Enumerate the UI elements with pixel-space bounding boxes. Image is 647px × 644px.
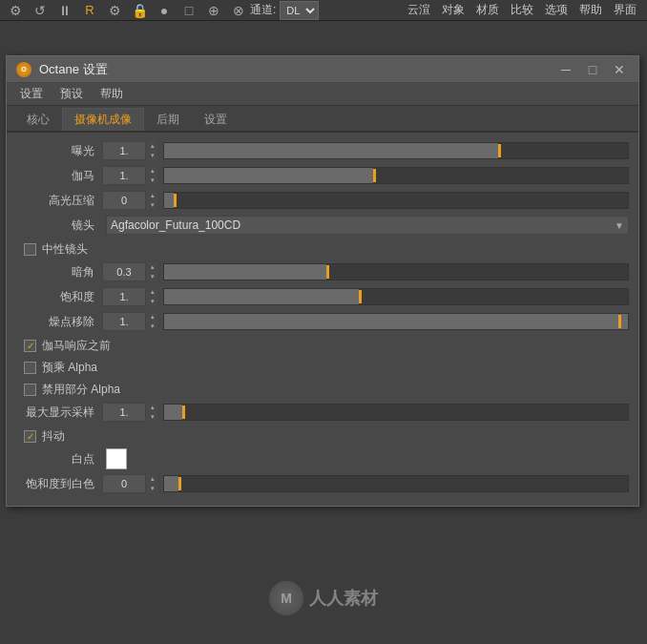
tool-icon-9[interactable]: ⊕ [204, 1, 223, 20]
slider-saturation[interactable] [163, 288, 629, 305]
sat-to-white-arrows[interactable]: ▴ ▾ [145, 474, 158, 493]
wmenu-settings[interactable]: 设置 [12, 84, 51, 104]
exposure-arrows[interactable]: ▴ ▾ [145, 141, 158, 160]
tool-icon-4[interactable]: R [80, 1, 99, 20]
channel-dropdown[interactable]: DL [280, 1, 319, 20]
exposure-down[interactable]: ▾ [146, 151, 158, 160]
tool-icon-2[interactable]: ↺ [31, 1, 50, 20]
main-content: 曝光 1. ▴ ▾ 伽马 1. ▴ ▾ [7, 133, 638, 506]
channel-label: 通道: [250, 2, 276, 18]
hotpixel-value: 1. [103, 316, 145, 327]
gamma-up[interactable]: ▴ [146, 166, 158, 176]
max-samples-marker [182, 405, 185, 419]
slider-vignetting[interactable] [163, 263, 629, 280]
tool-icon-7[interactable]: ● [155, 1, 174, 20]
exposure-marker [498, 144, 501, 157]
hotpixel-down[interactable]: ▾ [146, 322, 158, 331]
tab-post[interactable]: 后期 [144, 108, 192, 131]
checkbox-gamma-response[interactable]: ✓ [24, 340, 36, 352]
tool-icon-1[interactable]: ⚙ [6, 1, 25, 20]
slider-sat-to-white[interactable] [163, 475, 629, 492]
tab-camera[interactable]: 摄像机成像 [62, 108, 144, 131]
tool-icon-6[interactable]: 🔒 [130, 1, 149, 20]
tab-settings[interactable]: 设置 [192, 108, 240, 131]
gamma-fill [164, 168, 373, 183]
menu-yunzhuan[interactable]: 云渲 [403, 0, 435, 21]
menu-duixiang[interactable]: 对象 [437, 0, 470, 21]
tab-core[interactable]: 核心 [14, 108, 62, 131]
max-samples-down[interactable]: ▾ [146, 412, 158, 422]
spinner-max-samples[interactable]: 1. ▴ ▾ [102, 403, 159, 422]
wmenu-help[interactable]: 帮助 [93, 84, 131, 104]
menu-bijiao[interactable]: 比较 [506, 0, 538, 21]
lens-dropdown[interactable]: Agfacolor_Futura_100CD ▼ [106, 216, 629, 235]
maximize-button[interactable]: □ [583, 62, 602, 77]
saturation-up[interactable]: ▴ [146, 287, 158, 297]
label-lens: 镜头 [16, 218, 102, 234]
spinner-hotpixel[interactable]: 1. ▴ ▾ [102, 312, 159, 331]
checkbox-neutral-lens[interactable] [24, 243, 36, 256]
exposure-up[interactable]: ▴ [146, 141, 158, 151]
label-white-point: 白点 [16, 451, 102, 467]
slider-exposure[interactable] [163, 142, 629, 159]
label-disable-alpha: 禁用部分 Alpha [42, 382, 120, 398]
tool-icon-10[interactable]: ⊗ [229, 1, 248, 20]
sat-to-white-fill [164, 476, 178, 491]
white-point-color[interactable] [106, 448, 127, 469]
spinner-vignetting[interactable]: 0.3 ▴ ▾ [102, 262, 159, 281]
menu-cailiao[interactable]: 材质 [471, 0, 504, 21]
highlight-down[interactable]: ▾ [146, 200, 158, 210]
max-samples-up[interactable]: ▴ [146, 403, 158, 412]
gamma-down[interactable]: ▾ [146, 176, 158, 185]
row-hotpixel: 燥点移除 1. ▴ ▾ [16, 311, 629, 332]
tool-icon-8[interactable]: □ [179, 1, 198, 20]
hotpixel-up[interactable]: ▴ [146, 312, 158, 322]
sat-to-white-marker [178, 477, 181, 490]
saturation-value: 1. [103, 291, 145, 302]
vignetting-down[interactable]: ▾ [146, 272, 158, 281]
vignetting-marker [326, 265, 329, 279]
saturation-down[interactable]: ▾ [146, 297, 158, 306]
wmenu-presets[interactable]: 预设 [52, 84, 91, 104]
toolbar-icons: ⚙ ↺ ⏸ R ⚙ 🔒 ● □ ⊕ ⊗ [6, 1, 248, 20]
slider-max-samples[interactable] [163, 404, 629, 421]
exposure-value: 1. [103, 145, 145, 156]
gamma-arrows[interactable]: ▴ ▾ [145, 166, 158, 185]
tool-icon-5[interactable]: ⚙ [105, 1, 124, 20]
slider-hotpixel[interactable] [163, 313, 629, 330]
hotpixel-arrows[interactable]: ▴ ▾ [145, 312, 158, 331]
spinner-saturation[interactable]: 1. ▴ ▾ [102, 287, 159, 306]
window-titlebar: O Octane 设置 ─ □ ✕ [7, 56, 638, 83]
sat-to-white-up[interactable]: ▴ [146, 474, 158, 484]
window-controls: ─ □ ✕ [556, 62, 629, 77]
spinner-sat-to-white[interactable]: 0 ▴ ▾ [102, 474, 159, 493]
menu-bangzhu[interactable]: 帮助 [574, 0, 607, 21]
saturation-arrows[interactable]: ▴ ▾ [145, 287, 158, 306]
spinner-exposure[interactable]: 1. ▴ ▾ [102, 141, 159, 160]
sat-to-white-down[interactable]: ▾ [146, 484, 158, 493]
hotpixel-fill [164, 314, 628, 329]
label-hotpixel: 燥点移除 [16, 314, 102, 330]
row-premul-alpha: 预乘 Alpha [16, 358, 629, 377]
max-samples-arrows[interactable]: ▴ ▾ [145, 403, 158, 422]
vignetting-up[interactable]: ▴ [146, 262, 158, 272]
slider-gamma[interactable] [163, 167, 629, 184]
checkbox-dithering[interactable]: ✓ [24, 430, 36, 443]
gamma-value: 1. [103, 170, 145, 181]
menu-jiemian[interactable]: 界面 [609, 0, 641, 21]
slider-highlight[interactable] [163, 192, 629, 209]
menu-xuanxiang[interactable]: 选项 [540, 0, 573, 21]
minimize-button[interactable]: ─ [556, 62, 575, 77]
highlight-value: 0 [103, 195, 145, 206]
label-gamma: 伽马 [16, 168, 102, 184]
vignetting-value: 0.3 [103, 266, 145, 278]
checkbox-premul-alpha[interactable] [24, 362, 36, 374]
highlight-arrows[interactable]: ▴ ▾ [145, 191, 158, 210]
spinner-highlight[interactable]: 0 ▴ ▾ [102, 191, 159, 210]
highlight-up[interactable]: ▴ [146, 191, 158, 200]
close-button[interactable]: ✕ [610, 62, 629, 77]
vignetting-arrows[interactable]: ▴ ▾ [145, 262, 158, 281]
checkbox-disable-alpha[interactable] [24, 384, 36, 396]
spinner-gamma[interactable]: 1. ▴ ▾ [102, 166, 159, 185]
tool-icon-3[interactable]: ⏸ [55, 1, 74, 20]
